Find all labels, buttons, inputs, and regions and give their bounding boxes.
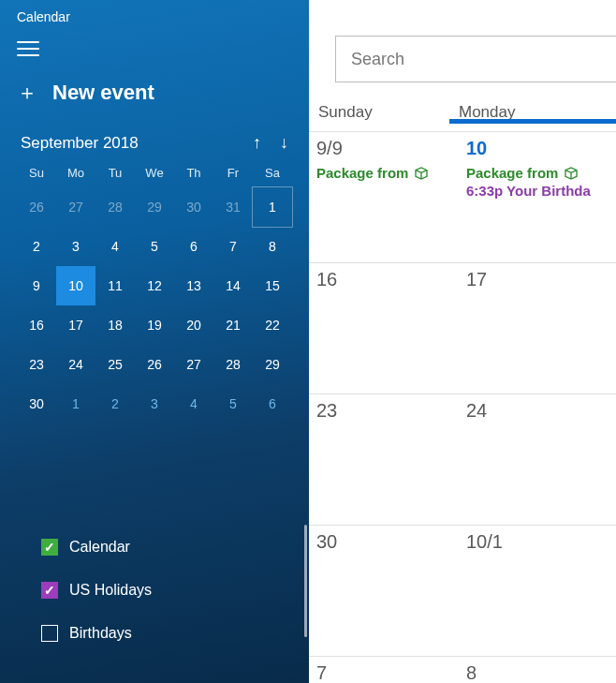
mini-cal-day[interactable]: 18 (95, 305, 135, 345)
event-item[interactable]: 6:33p Your Birthda (466, 183, 608, 199)
week-row: 9/9 Package from 10 Package from 6:33p Y… (309, 131, 616, 262)
calendar-toggle-birthdays[interactable]: Birthdays (41, 625, 309, 642)
week-row: 7 8 (309, 656, 616, 683)
date-number: 8 (466, 662, 608, 683)
day-cell[interactable]: 23 (309, 394, 459, 525)
mini-cal-day[interactable]: 5 (135, 227, 174, 266)
day-cell[interactable]: 10/1 (459, 526, 616, 656)
day-cell[interactable]: 8 (459, 657, 616, 683)
mini-cal-day[interactable]: 29 (253, 345, 292, 384)
mini-cal-day[interactable]: 20 (174, 305, 213, 345)
mini-cal-day[interactable]: 7 (213, 227, 253, 266)
prev-month-icon[interactable]: ↑ (253, 133, 261, 153)
calendar-list: ✓ Calendar ✓ US Holidays Birthdays (41, 512, 309, 668)
week-row: 16 17 (309, 262, 616, 393)
new-event-label: New event (52, 81, 154, 105)
day-cell[interactable]: 24 (459, 394, 616, 525)
week-row: 30 10/1 (309, 525, 616, 656)
package-icon (414, 166, 429, 181)
menu-icon[interactable] (17, 41, 39, 56)
mini-cal-day[interactable]: 4 (174, 384, 213, 423)
day-cell[interactable]: 7 (309, 657, 459, 683)
calendar-toggle-calendar[interactable]: ✓ Calendar (41, 539, 309, 556)
mini-cal-day[interactable]: 16 (17, 305, 56, 345)
scrollbar[interactable] (304, 525, 307, 637)
mini-cal-day[interactable]: 10 (56, 266, 95, 305)
mini-cal-day[interactable]: 2 (17, 227, 56, 266)
sidebar: Calendar ＋ New event September 2018 ↑ ↓ … (0, 0, 309, 683)
mini-cal-day[interactable]: 19 (135, 305, 174, 345)
day-cell[interactable]: 17 (459, 263, 616, 393)
mini-cal-day[interactable]: 23 (17, 345, 56, 384)
mini-cal-day[interactable]: 27 (56, 187, 95, 227)
mini-cal-day[interactable]: 11 (95, 266, 135, 305)
date-number: 23 (316, 400, 450, 422)
mini-cal-day[interactable]: 8 (253, 227, 292, 266)
calendar-label: US Holidays (69, 582, 152, 599)
mini-cal-day[interactable]: 27 (174, 345, 213, 384)
mini-cal-day[interactable]: 25 (95, 345, 135, 384)
main-calendar: Sunday Monday 9/9 Package from 10 Packag… (309, 0, 616, 683)
mini-cal-day[interactable]: 6 (253, 384, 292, 423)
date-number: 16 (316, 269, 450, 290)
mini-cal-day[interactable]: 26 (135, 345, 174, 384)
day-cell[interactable]: 16 (309, 263, 459, 393)
mini-calendar: 2627282930311234567891011121314151617181… (17, 187, 292, 423)
mini-cal-day[interactable]: 21 (213, 305, 253, 345)
mini-cal-day[interactable]: 1 (56, 384, 95, 423)
checkbox-icon: ✓ (41, 582, 58, 599)
mini-cal-day[interactable]: 28 (95, 187, 135, 227)
mini-cal-day[interactable]: 28 (213, 345, 253, 384)
today-indicator (449, 119, 616, 124)
header-sunday: Sunday (309, 103, 459, 122)
mini-cal-dow: SuMoTu WeThFr Sa (17, 166, 292, 180)
event-item[interactable]: Package from (316, 165, 450, 181)
mini-cal-day[interactable]: 6 (174, 227, 213, 266)
mini-cal-day[interactable]: 30 (174, 187, 213, 227)
plus-icon: ＋ (17, 82, 37, 103)
day-cell[interactable]: 30 (309, 526, 459, 656)
mini-cal-day[interactable]: 14 (213, 266, 253, 305)
app-title: Calendar (17, 9, 292, 24)
month-label[interactable]: September 2018 (21, 134, 139, 153)
search-input[interactable] (335, 36, 616, 82)
calendar-label: Birthdays (69, 625, 132, 642)
mini-cal-day[interactable]: 24 (56, 345, 95, 384)
mini-cal-day[interactable]: 30 (17, 384, 56, 423)
mini-cal-day[interactable]: 13 (174, 266, 213, 305)
mini-cal-day[interactable]: 26 (17, 187, 56, 227)
package-icon (564, 166, 579, 181)
date-number: 17 (466, 269, 608, 290)
mini-cal-day[interactable]: 29 (135, 187, 174, 227)
date-number: 30 (316, 531, 450, 553)
checkbox-icon (41, 625, 58, 642)
checkbox-icon: ✓ (41, 539, 58, 556)
weekday-header: Sunday Monday (309, 94, 616, 131)
day-cell[interactable]: 9/9 Package from (309, 132, 459, 262)
mini-cal-day[interactable]: 2 (95, 384, 135, 423)
mini-cal-day[interactable]: 4 (95, 227, 135, 266)
mini-cal-day[interactable]: 22 (253, 305, 292, 345)
mini-cal-day[interactable]: 17 (56, 305, 95, 345)
date-number: 7 (316, 662, 450, 683)
mini-cal-day[interactable]: 3 (135, 384, 174, 423)
new-event-button[interactable]: ＋ New event (17, 81, 292, 105)
mini-cal-day[interactable]: 1 (253, 187, 292, 227)
mini-cal-day[interactable]: 9 (17, 266, 56, 305)
date-number: 9/9 (316, 138, 450, 159)
mini-cal-day[interactable]: 5 (213, 384, 253, 423)
mini-cal-day[interactable]: 15 (253, 266, 292, 305)
event-item[interactable]: Package from (466, 165, 608, 181)
day-cell[interactable]: 10 Package from 6:33p Your Birthda (459, 132, 616, 262)
header-monday: Monday (459, 103, 616, 122)
calendar-label: Calendar (69, 539, 130, 556)
next-month-icon[interactable]: ↓ (280, 133, 288, 153)
mini-cal-day[interactable]: 3 (56, 227, 95, 266)
mini-cal-day[interactable]: 31 (213, 187, 253, 227)
date-number: 10 (466, 138, 608, 159)
date-number: 10/1 (466, 531, 608, 553)
week-row: 23 24 (309, 393, 616, 525)
calendar-toggle-us-holidays[interactable]: ✓ US Holidays (41, 582, 309, 599)
date-number: 24 (466, 400, 608, 422)
mini-cal-day[interactable]: 12 (135, 266, 174, 305)
